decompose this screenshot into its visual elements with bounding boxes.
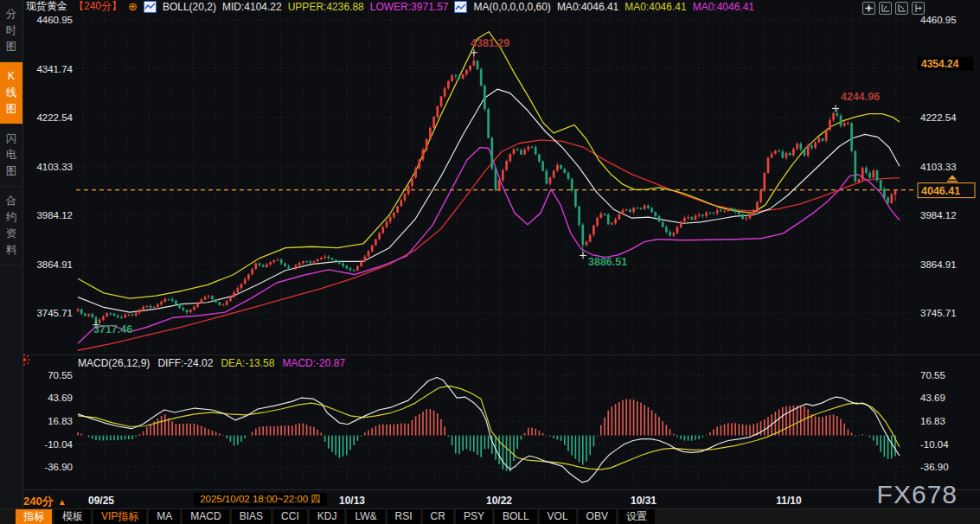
tab-bias[interactable]: BIAS (232, 509, 271, 524)
tab-indicator[interactable]: 指标 (16, 509, 52, 524)
svg-text:-36.90: -36.90 (44, 462, 73, 472)
fx678-watermark: FX678 (877, 480, 958, 509)
chart-canvas[interactable]: 4381.294244.963886.513717.464460.954460.… (0, 0, 980, 524)
tab-cr[interactable]: CR (423, 509, 453, 524)
grid (22, 12, 980, 490)
tab-ma[interactable]: MA (149, 509, 180, 524)
axis-zoom-right-icon[interactable] (895, 2, 908, 15)
ma-value-3: MA0:4046.41 (693, 1, 754, 13)
tab-settings[interactable]: 设置 (618, 509, 655, 524)
svg-text:-10.04: -10.04 (44, 439, 73, 450)
macd-dea-value: DEA:-13.58 (221, 357, 274, 369)
rail-item-lightning-chart[interactable]: 闪电图 (0, 125, 22, 187)
svg-text:3984.12: 3984.12 (36, 210, 73, 220)
tab-macd[interactable]: MACD (183, 509, 228, 524)
svg-text:3864.91: 3864.91 (920, 259, 957, 270)
period-selector[interactable]: 240分 ▲ (23, 494, 67, 509)
axis-zoom-left-icon[interactable] (879, 2, 892, 15)
svg-text:16.83: 16.83 (48, 416, 73, 426)
rail-item-candle-chart[interactable]: K线图 (0, 62, 22, 125)
svg-text:-36.90: -36.90 (920, 462, 949, 472)
svg-text:3717.46: 3717.46 (93, 323, 132, 335)
trading-app-window: 4381.294244.963886.513717.464460.954460.… (0, 0, 980, 524)
svg-text:09/25: 09/25 (88, 495, 114, 507)
svg-text:16.83: 16.83 (920, 416, 945, 426)
svg-text:4341.74: 4341.74 (36, 64, 73, 74)
svg-text:4381.29: 4381.29 (471, 37, 509, 49)
tab-psy[interactable]: PSY (456, 509, 492, 524)
boll-indicator-icon[interactable] (144, 1, 157, 13)
tab-boll[interactable]: BOLL (495, 509, 537, 524)
svg-text:70.55: 70.55 (920, 370, 945, 380)
svg-text:4046.41: 4046.41 (921, 185, 960, 197)
ma-indicator-icon[interactable] (454, 1, 467, 13)
macd-label: MACD(26,12,9) (78, 357, 150, 369)
rail-item-time-chart[interactable]: 分时图 (0, 0, 22, 62)
svg-text:11/10: 11/10 (776, 495, 802, 507)
tab-vip-indicator[interactable]: VIP指标 (93, 509, 146, 524)
boll-label: BOLL(20,2) (163, 1, 216, 13)
svg-text:4460.95: 4460.95 (920, 15, 957, 25)
svg-text:3864.91: 3864.91 (36, 259, 73, 270)
period-tag: 【240分】 (74, 0, 122, 14)
shift-pane-icon[interactable] (912, 2, 925, 15)
chevron-up-icon: ▲ (58, 497, 67, 507)
tab-kdj[interactable]: KDJ (310, 509, 345, 524)
svg-text:70.55: 70.55 (48, 370, 73, 380)
crosshair-date-tooltip: 2025/10/02 18:00~22:00 四 (194, 493, 327, 506)
svg-text:43.69: 43.69 (48, 393, 73, 403)
svg-text:4222.54: 4222.54 (920, 112, 957, 123)
svg-text:4354.24: 4354.24 (921, 58, 959, 70)
move-pane-icon[interactable] (862, 2, 875, 15)
ma-label: MA(0,0,0,0,0,60) (473, 1, 550, 13)
pane-toolbar (862, 2, 925, 15)
indicator-tabbar: 指标 模板 VIP指标 MA MACD BIAS CCI KDJ LW& RSI… (0, 508, 980, 524)
macd-macd-value: MACD:-20.87 (282, 357, 345, 369)
svg-text:3745.71: 3745.71 (920, 308, 957, 318)
symbol-name: 现货黄金 (26, 0, 67, 14)
svg-text:10/31: 10/31 (631, 495, 657, 507)
tab-rsi[interactable]: RSI (388, 509, 420, 524)
boll-mid-value: MID:4104.22 (222, 1, 282, 13)
tab-template[interactable]: 模板 (54, 509, 91, 524)
macd-legend: MACD(26,12,9) DIFF:-24.02 DEA:-13.58 MAC… (78, 357, 345, 369)
svg-text:4460.95: 4460.95 (36, 15, 73, 25)
ma-value-2: MA0:4046.41 (625, 1, 686, 13)
svg-text:-10.04: -10.04 (920, 439, 949, 450)
ma-value-1: MA0:4046.41 (557, 1, 618, 13)
price-markers: 4354.244046.41 (918, 57, 975, 198)
rail-item-contract-info[interactable]: 合约资料 (0, 187, 22, 265)
svg-text:4244.96: 4244.96 (841, 91, 880, 103)
tab-lw[interactable]: LW& (347, 509, 384, 524)
tab-vol[interactable]: VOL (540, 509, 576, 524)
svg-text:10/13: 10/13 (339, 495, 365, 507)
crosshair-toggle-icon[interactable]: ⊕ (128, 1, 138, 12)
svg-text:43.69: 43.69 (920, 393, 945, 403)
candles (77, 53, 897, 325)
svg-text:3886.51: 3886.51 (588, 256, 627, 268)
macd-diff-value: DIFF:-24.02 (157, 357, 213, 369)
svg-text:10/22: 10/22 (486, 495, 512, 507)
boll-lower-value: LOWER:3971.57 (370, 1, 449, 13)
price-annotations: 4381.294244.963886.513717.46 (93, 37, 880, 335)
tab-obv[interactable]: OBV (579, 509, 616, 524)
tab-cci[interactable]: CCI (273, 509, 307, 524)
svg-text:3984.12: 3984.12 (920, 210, 957, 220)
svg-text:3745.71: 3745.71 (36, 308, 73, 318)
chart-type-rail: 分时图 K线图 闪电图 合约资料 (0, 0, 23, 509)
svg-text:4103.33: 4103.33 (920, 162, 957, 172)
svg-text:4222.54: 4222.54 (36, 112, 73, 123)
svg-text:4103.33: 4103.33 (36, 162, 73, 172)
chart-legend: 现货黄金 【240分】 ⊕ BOLL(20,2) MID:4104.22 UPP… (26, 0, 754, 13)
boll-upper-value: UPPER:4236.88 (288, 1, 364, 13)
